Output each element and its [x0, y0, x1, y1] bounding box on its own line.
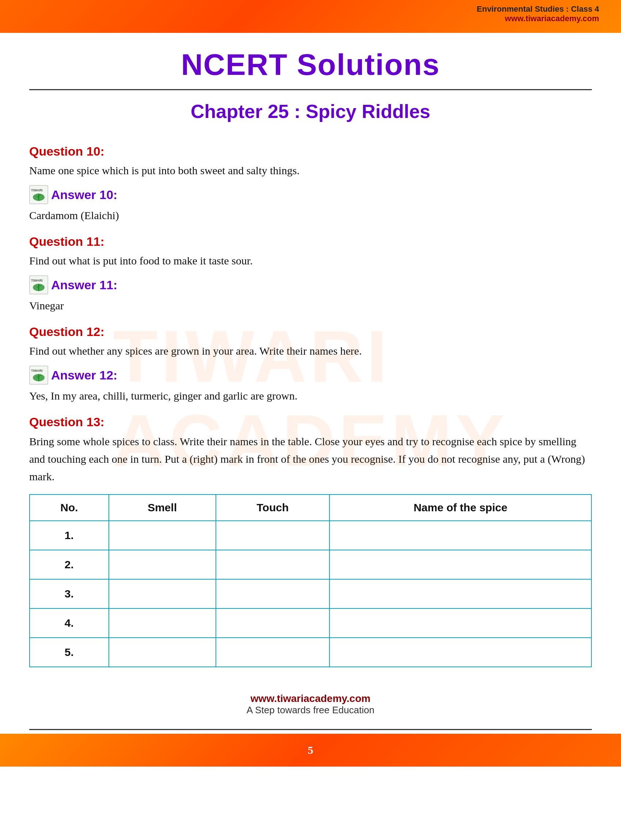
table-row: 1.: [30, 521, 591, 550]
answer-10-text: Cardamom (Elaichi): [29, 207, 592, 224]
row3-no: 3.: [30, 579, 109, 608]
table-row: 5.: [30, 638, 591, 667]
tiwari-logo-11: TIWARI: [29, 275, 48, 294]
chapter-title-section: Chapter 25 : Spicy Riddles: [29, 94, 592, 133]
bottom-bar: 5: [0, 734, 621, 767]
answer-10-header: TIWARI Answer 10:: [29, 185, 592, 204]
row5-no: 5.: [30, 638, 109, 667]
row5-smell: [109, 638, 216, 667]
question-12-text: Find out whether any spices are grown in…: [29, 342, 592, 359]
question-11-text: Find out what is put into food to make i…: [29, 252, 592, 269]
footer-section: www.tiwariacademy.com A Step towards fre…: [29, 682, 592, 723]
answer-11-header: TIWARI Answer 11:: [29, 275, 592, 294]
row3-smell: [109, 579, 216, 608]
question-12-label: Question 12:: [29, 325, 592, 339]
question-13-label: Question 13:: [29, 415, 592, 429]
title-divider: [29, 89, 592, 90]
row4-no: 4.: [30, 608, 109, 638]
top-bar: Environmental Studies : Class 4 www.tiwa…: [0, 0, 621, 33]
col-header-smell: Smell: [109, 495, 216, 521]
question-10-label: Question 10:: [29, 144, 592, 159]
table-header-row: No. Smell Touch Name of the spice: [30, 495, 591, 521]
main-content: TIWARI ACADEMY NCERT Solutions Chapter 2…: [0, 33, 621, 730]
table-row: 2.: [30, 550, 591, 579]
question-10-text: Name one spice which is put into both sw…: [29, 162, 592, 179]
footer-tagline: A Step towards free Education: [29, 704, 592, 716]
main-title: NCERT Solutions: [29, 47, 592, 82]
footer-website: www.tiwariacademy.com: [29, 693, 592, 704]
table-row: 3.: [30, 579, 591, 608]
svg-text:TIWARI: TIWARI: [31, 188, 43, 192]
question-11-label: Question 11:: [29, 235, 592, 249]
answer-11-label: Answer 11:: [51, 278, 117, 292]
page-title-section: NCERT Solutions: [29, 33, 592, 85]
table-row: 4.: [30, 608, 591, 638]
row1-name: [330, 521, 591, 550]
website-top: www.tiwariacademy.com: [477, 14, 599, 23]
row4-touch: [216, 608, 330, 638]
table-header: No. Smell Touch Name of the spice: [30, 495, 591, 521]
row4-smell: [109, 608, 216, 638]
col-header-touch: Touch: [216, 495, 330, 521]
answer-10-label: Answer 10:: [51, 188, 117, 202]
tiwari-logo-10: TIWARI: [29, 185, 48, 204]
top-right-info: Environmental Studies : Class 4 www.tiwa…: [477, 5, 599, 23]
svg-text:TIWARI: TIWARI: [31, 369, 43, 372]
row3-name: [330, 579, 591, 608]
tiwari-logo-12: TIWARI: [29, 366, 48, 384]
question-13-text: Bring some whole spices to class. Write …: [29, 433, 592, 485]
row4-name: [330, 608, 591, 638]
col-header-no: No.: [30, 495, 109, 521]
row2-smell: [109, 550, 216, 579]
svg-text:TIWARI: TIWARI: [31, 278, 43, 282]
row1-touch: [216, 521, 330, 550]
answer-12-label: Answer 12:: [51, 368, 117, 382]
spice-table: No. Smell Touch Name of the spice 1. 2. …: [29, 494, 592, 667]
answer-11-text: Vinegar: [29, 297, 592, 314]
row2-name: [330, 550, 591, 579]
page-number: 5: [308, 737, 314, 763]
col-header-name: Name of the spice: [330, 495, 591, 521]
subject-label: Environmental Studies : Class 4: [477, 5, 599, 14]
footer-divider: [29, 729, 592, 730]
answer-12-header: TIWARI Answer 12:: [29, 366, 592, 384]
answer-12-text: Yes, In my area, chilli, turmeric, ginge…: [29, 387, 592, 404]
row1-no: 1.: [30, 521, 109, 550]
table-body: 1. 2. 3. 4.: [30, 521, 591, 667]
row5-touch: [216, 638, 330, 667]
row2-touch: [216, 550, 330, 579]
row2-no: 2.: [30, 550, 109, 579]
chapter-title: Chapter 25 : Spicy Riddles: [29, 100, 592, 123]
row1-smell: [109, 521, 216, 550]
row3-touch: [216, 579, 330, 608]
row5-name: [330, 638, 591, 667]
